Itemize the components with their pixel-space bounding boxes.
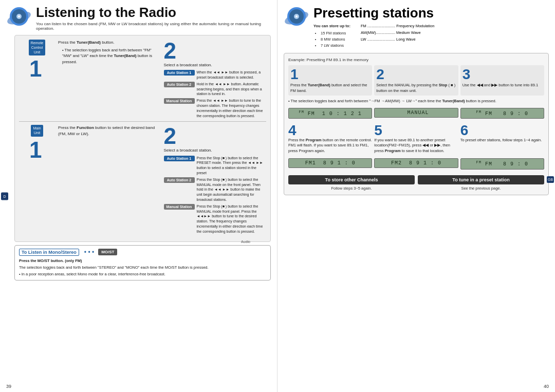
manual-remote-badge: Manual Station	[164, 98, 195, 104]
step5-block: 5 If you want to save 89.1 to another pr…	[374, 123, 458, 154]
fm-stations: 15 FM stations	[321, 30, 350, 36]
remote-station-rows: Auto Station 1 When the ◄◄ ►► button is …	[164, 70, 267, 118]
tune-col: To tune in a preset station See the prev…	[418, 175, 544, 191]
mo-st-badge: MO/ST	[98, 249, 117, 255]
step1-remote-bullets: • The selection toggles back and forth b…	[62, 47, 161, 65]
section-divider	[19, 121, 266, 122]
step1-remote-desc: Press the Tuner(Band) button.	[58, 40, 161, 45]
store-desc: Follow steps 3~5 again.	[288, 186, 415, 191]
manual-remote-desc: Press the ◄◄ ►► button to tune to the ch…	[197, 98, 267, 118]
store-up-to: You can store up to: 15 FM stations 8 MW…	[313, 23, 350, 49]
lcd2-container: MANUAL	[374, 106, 458, 120]
lcd3: FM FM 8 9 : 0	[460, 108, 544, 119]
step2-remote-container: 2 Select a broadcast station. Auto Stati…	[164, 40, 267, 118]
step2-num: 2	[376, 67, 456, 82]
lcd5: FM2 8 9 1 : 0	[374, 158, 458, 168]
main-station-rows: Auto Station 1 Press the Stop (■ ) butto…	[164, 156, 267, 234]
mw-stations: 8 MW stations	[321, 36, 350, 43]
step6-block: 6 To preset other stations, follow steps…	[460, 123, 544, 154]
step1-remote-content: Press the Tuner(Band) button. • The sele…	[58, 40, 161, 118]
left-header-text: Listening to the Radio You can listen to…	[36, 5, 271, 31]
three-steps-bottom: 4 Press the Program button on the remote…	[288, 123, 544, 154]
auto2-main-row: Auto Station 2 Press the Stop (■ ) butto…	[164, 177, 267, 202]
auto2-main-desc: Press the Stop (■ ) button to select the…	[197, 177, 267, 202]
manual-main-badge: Manual Station	[164, 204, 195, 210]
auto1-main-row: Auto Station 1 Press the Stop (■ ) butto…	[164, 156, 267, 176]
bottom-title: To Listen in Mono/Stereo	[19, 249, 79, 256]
three-steps-top: 1 Press the Tuner(Band) button and selec…	[288, 65, 544, 96]
step4-num: 4	[288, 123, 372, 138]
left-header: Listening to the Radio You can listen to…	[6, 5, 271, 31]
store-col: To store other Channels Follow steps 3~5…	[288, 175, 415, 191]
step4-block: 4 Press the Program button on the remote…	[288, 123, 372, 154]
manual-remote-row: Manual Station Press the ◄◄ ►► button to…	[164, 98, 267, 118]
info-right: FM .......................... Frequency …	[361, 23, 434, 49]
disc-icon	[6, 5, 32, 31]
manual-main-row: Manual Station Press the Stop (■ ) butto…	[164, 204, 267, 234]
tune-btn[interactable]: To tune in a preset station	[418, 175, 544, 184]
lw-stations: 7 LW stations	[321, 43, 350, 49]
right-header: Presetting stations You can store up to:…	[284, 5, 549, 49]
step5-num: 5	[374, 123, 458, 138]
svg-point-9	[295, 15, 298, 17]
step4-desc: Press the Program button on the remote c…	[288, 138, 372, 154]
step1-num: 1	[290, 67, 370, 82]
bullet2: • In a poor reception areas, select Mono…	[19, 271, 266, 277]
bottom-header: To Listen in Mono/Stereo • • • MO/ST	[19, 249, 266, 256]
step1-remote-num: 1	[29, 58, 45, 80]
step1-desc: Press the Tuner(Band) button and select …	[290, 83, 370, 94]
press-mo-st: Press the MO/ST button. (only FM)	[19, 258, 266, 264]
left-subtitle: You can listen to the chosen band (FM, M…	[36, 22, 271, 31]
step2-remote-num: 2	[164, 40, 179, 62]
left-page: Listening to the Radio You can listen to…	[0, 0, 278, 392]
auto1-main-badge: Auto Station 1	[164, 156, 195, 161]
main-section: MainUnit 1 Press the Function button to …	[19, 125, 266, 234]
svg-point-4	[18, 15, 20, 17]
page: Listening to the Radio You can listen to…	[0, 0, 555, 392]
lcd1-container: FM FM 1 0 : 1 2 1	[288, 106, 372, 120]
auto1-remote-badge: Auto Station 1	[164, 70, 195, 76]
left-page-num: 39	[6, 384, 11, 389]
store-btn[interactable]: To store other Channels	[288, 175, 415, 184]
dots-decoration: • • •	[84, 249, 94, 256]
right-content-box: Example: Presetting FM 89.1 in the memor…	[284, 53, 549, 195]
lcd6-container: FM FM 8 9 : 0	[460, 157, 544, 171]
info-left: You can store up to: 15 FM stations 8 MW…	[313, 23, 350, 49]
lcd5-container: FM2 8 9 1 : 0	[374, 157, 458, 171]
remote-section: RemoteControlUnit 1 Press the Tuner(Band…	[19, 40, 266, 118]
step2-main-num: 2	[164, 125, 179, 147]
step2-main-title: Select a broadcast station.	[164, 147, 212, 153]
step5-desc: If you want to save 89.1 to another pres…	[374, 138, 458, 154]
bullet1: The selection toggles back and forth bet…	[19, 265, 266, 270]
step2-main-container: 2 Select a broadcast station. Auto Stati…	[164, 125, 267, 234]
step1-main-num: 1	[29, 139, 45, 161]
fm-meaning: FM .......................... Frequency …	[361, 23, 434, 30]
bottom-wrapper: Audio To Listen in Mono/Stereo • • • MO/…	[6, 245, 271, 281]
step2-block: 2 Select the MANUAL by pressing the Stop…	[374, 65, 458, 96]
press-mo-st-text: Press the MO/ST button. (only FM)	[19, 258, 82, 263]
lcd6: FM FM 8 9 : 0	[460, 158, 544, 169]
auto2-remote-desc: Hold in the ◄◄ ►► button. Automatic sear…	[197, 82, 267, 97]
main-label: MainUnit	[31, 125, 43, 136]
step3-block: 3 Use the ◀◀ and ▶▶ button to tune into …	[460, 65, 544, 96]
auto1-main-desc: Press the Stop (■ ) button to select the…	[197, 156, 267, 176]
right-page-num: 40	[544, 384, 549, 389]
lcd2: MANUAL	[374, 108, 458, 118]
info-row: You can store up to: 15 FM stations 8 MW…	[313, 23, 549, 49]
toggle-note: • The selection toggles back and forth b…	[288, 99, 544, 104]
main-content-box: RemoteControlUnit 1 Press the Tuner(Band…	[14, 35, 271, 242]
step2-desc: Select the MANUAL by pressing the Stop (…	[376, 83, 456, 94]
step1-main-desc: Press the Function button to select the …	[58, 125, 161, 136]
lcd-top-row: FM FM 1 0 : 1 2 1 MANUAL FM FM 8 9 : 0	[288, 106, 544, 120]
ammw-meaning: AM(MW).................. Medium Wave	[361, 30, 434, 36]
lcd4-container: FM1 8 9 1 : 0	[288, 157, 372, 171]
manual-main-desc: Press the Stop (■ ) button to select the…	[197, 204, 267, 234]
audio-badge: Audio	[241, 240, 250, 244]
lcd4: FM1 8 9 1 : 0	[288, 158, 372, 168]
step6-desc: To preset other stations, follow steps 1…	[460, 138, 544, 143]
step3-desc: Use the ◀◀ and ▶▶ button to tune into 89…	[462, 83, 542, 88]
auto2-remote-row: Auto Station 2 Hold in the ◄◄ ►► button.…	[164, 82, 267, 97]
right-disc-icon	[284, 5, 309, 31]
step1-block: 1 Press the Tuner(Band) button and selec…	[288, 65, 372, 96]
store-up-to-label: You can store up to:	[313, 24, 350, 28]
